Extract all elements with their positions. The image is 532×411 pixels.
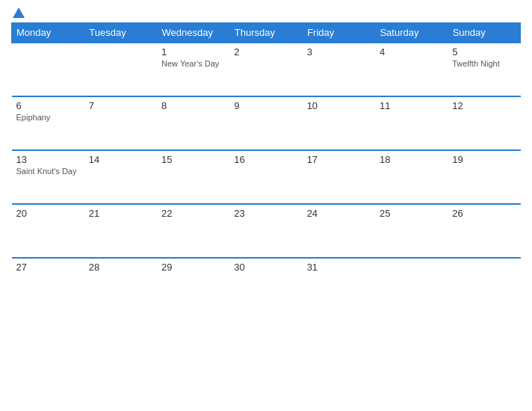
calendar-week-row: 2728293031 — [12, 258, 521, 312]
weekday-header-thursday: Thursday — [229, 23, 302, 43]
calendar-week-row: 20212223242526 — [12, 204, 521, 258]
day-number: 19 — [452, 154, 516, 165]
calendar-cell: 12 — [448, 96, 520, 150]
weekday-header-row: MondayTuesdayWednesdayThursdayFridaySatu… — [12, 23, 521, 43]
weekday-header-saturday: Saturday — [375, 23, 448, 43]
calendar-cell: 9 — [229, 96, 302, 150]
calendar-cell: 16 — [229, 150, 302, 204]
weekday-header-sunday: Sunday — [448, 23, 520, 43]
day-number: 3 — [307, 46, 371, 58]
day-number: 21 — [89, 208, 152, 219]
calendar-cell: 18 — [375, 150, 448, 204]
day-number: 27 — [16, 262, 80, 273]
calendar-cell: 3 — [303, 43, 375, 96]
calendar-cell: 17 — [303, 150, 375, 204]
day-number: 15 — [161, 154, 225, 165]
calendar-cell: 7 — [84, 96, 157, 150]
day-number: 1 — [161, 46, 225, 58]
day-number: 31 — [307, 262, 371, 273]
weekday-header-wednesday: Wednesday — [157, 23, 229, 43]
calendar-cell: 5Twelfth Night — [448, 43, 520, 96]
calendar-cell: 11 — [375, 96, 448, 150]
calendar-wrapper: MondayTuesdayWednesdayThursdayFridaySatu… — [0, 0, 532, 411]
calendar-cell: 27 — [12, 258, 84, 312]
day-number: 29 — [161, 262, 225, 273]
day-number: 23 — [234, 208, 297, 219]
holiday-label: Saint Knut's Day — [16, 167, 80, 176]
day-number: 28 — [89, 262, 152, 273]
calendar-week-row: 6Epiphany789101112 — [12, 96, 521, 150]
calendar-cell: 23 — [229, 204, 302, 258]
holiday-label: Epiphany — [16, 113, 80, 122]
weekday-header-tuesday: Tuesday — [84, 23, 157, 43]
calendar-cell — [448, 258, 520, 312]
day-number: 9 — [234, 100, 297, 111]
day-number: 14 — [89, 154, 152, 165]
day-number: 22 — [161, 208, 225, 219]
calendar-cell: 28 — [84, 258, 157, 312]
calendar-cell: 15 — [157, 150, 229, 204]
calendar-cell: 29 — [157, 258, 229, 312]
day-number: 12 — [452, 100, 516, 111]
calendar-cell: 19 — [448, 150, 520, 204]
day-number: 10 — [307, 100, 371, 111]
calendar-cell: 10 — [303, 96, 375, 150]
calendar-cell: 4 — [375, 43, 448, 96]
day-number: 5 — [452, 46, 516, 58]
calendar-week-row: 13Saint Knut's Day141516171819 — [12, 150, 521, 204]
day-number: 13 — [16, 154, 80, 165]
day-number: 24 — [307, 208, 371, 219]
calendar-cell: 20 — [12, 204, 84, 258]
day-number: 2 — [234, 46, 297, 58]
calendar-cell: 13Saint Knut's Day — [12, 150, 84, 204]
calendar-cell — [375, 258, 448, 312]
day-number: 26 — [452, 208, 516, 219]
day-number: 11 — [380, 100, 443, 111]
logo-triangle-icon — [13, 7, 25, 18]
day-number: 30 — [234, 262, 297, 273]
holiday-label: Twelfth Night — [452, 59, 516, 68]
day-number: 8 — [161, 100, 225, 111]
day-number: 17 — [307, 154, 371, 165]
calendar-table: MondayTuesdayWednesdayThursdayFridaySatu… — [11, 22, 521, 312]
calendar-header — [11, 7, 521, 18]
calendar-cell: 31 — [303, 258, 375, 312]
calendar-cell: 25 — [375, 204, 448, 258]
day-number: 6 — [16, 100, 80, 111]
day-number: 16 — [234, 154, 297, 165]
weekday-header-friday: Friday — [303, 23, 375, 43]
calendar-cell: 1New Year's Day — [157, 43, 229, 96]
calendar-cell: 30 — [229, 258, 302, 312]
calendar-cell: 26 — [448, 204, 520, 258]
day-number: 20 — [16, 208, 80, 219]
logo — [11, 7, 25, 18]
calendar-cell: 2 — [229, 43, 302, 96]
holiday-label: New Year's Day — [161, 59, 225, 68]
calendar-cell: 22 — [157, 204, 229, 258]
calendar-cell: 14 — [84, 150, 157, 204]
calendar-cell — [12, 43, 84, 96]
calendar-cell — [84, 43, 157, 96]
day-number: 25 — [380, 208, 443, 219]
calendar-week-row: 1New Year's Day2345Twelfth Night — [12, 43, 521, 96]
calendar-cell: 24 — [303, 204, 375, 258]
weekday-header-monday: Monday — [12, 23, 84, 43]
day-number: 7 — [89, 100, 152, 111]
calendar-cell: 6Epiphany — [12, 96, 84, 150]
calendar-cell: 8 — [157, 96, 229, 150]
day-number: 18 — [380, 154, 443, 165]
calendar-cell: 21 — [84, 204, 157, 258]
day-number: 4 — [380, 46, 443, 58]
